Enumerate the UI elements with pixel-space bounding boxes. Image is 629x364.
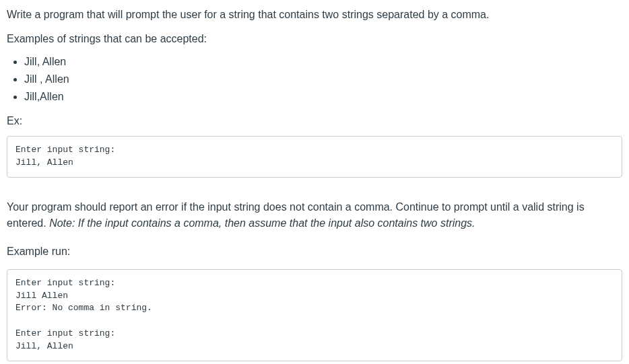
intro-paragraph: Write a program that will prompt the use… xyxy=(7,7,622,23)
code-block-ex2: Enter input string: Jill Allen Error: No… xyxy=(7,269,622,361)
error-paragraph: Your program should report an error if t… xyxy=(7,199,622,231)
example-run-label: Example run: xyxy=(7,244,622,260)
list-item: Jill , Allen xyxy=(24,71,622,87)
list-item: Jill,Allen xyxy=(24,89,622,105)
code-block-ex1: Enter input string: Jill, Allen xyxy=(7,136,622,178)
ex-label: Ex: xyxy=(7,113,622,129)
list-item: Jill, Allen xyxy=(24,54,622,70)
examples-list: Jill, Allen Jill , Allen Jill,Allen xyxy=(7,54,622,105)
error-paragraph-note: Note: If the input contains a comma, the… xyxy=(49,217,475,229)
examples-label: Examples of strings that can be accepted… xyxy=(7,31,622,47)
